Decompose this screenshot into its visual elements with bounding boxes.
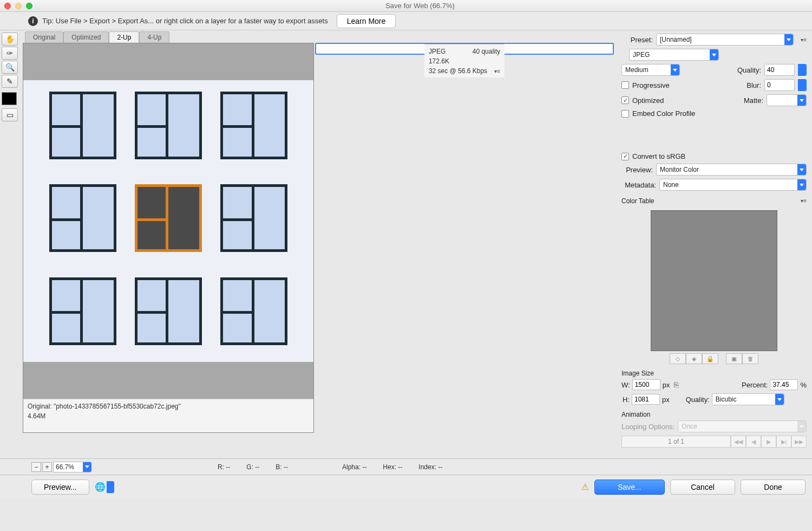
preset-select[interactable]: [Unnamed] [656,34,794,46]
blur-input[interactable] [764,79,795,91]
toggle-slices-visibility[interactable]: ▭ [2,108,18,121]
original-pane-footer: Original: "photo-1433785567155-bf5530cab… [23,399,313,432]
browser-select-stepper[interactable] [107,481,114,493]
title-bar: Save for Web (66.7%) [0,0,812,12]
resample-quality-label: Quality: [686,396,710,404]
optimized-label: Optimized [632,96,664,105]
blur-label: Blur: [746,81,761,89]
height-input[interactable] [632,394,660,405]
preset-menu-icon[interactable]: ▾≡ [797,37,807,43]
tab-4up[interactable]: 4-Up [139,31,169,43]
constrain-proportions-icon[interactable]: ⎘ [674,380,678,389]
dialog-footer: Preview... 🌐 ⚠ Save... Cancel Done [0,475,812,498]
tab-optimized[interactable]: Optimized [63,31,109,43]
learn-more-button[interactable]: Learn More [337,14,396,28]
image-size-label: Image Size [621,370,807,377]
window-title: Save for Web (66.7%) [32,2,808,10]
ct-add-color[interactable]: ▣ [726,353,742,364]
format-select[interactable]: JPEG [629,49,719,61]
preview-select[interactable]: Monitor Color [656,164,807,176]
tip-text: Tip: Use File > Export > Export As... or… [42,17,328,25]
status-hex: Hex: -- [383,463,402,471]
quality-stepper[interactable] [798,64,807,76]
ct-snap-to-web[interactable]: ◇ [670,353,686,364]
minimize-window-button[interactable] [15,3,22,9]
preview-label: Preview: [621,166,653,174]
tab-original[interactable]: Original [25,31,63,43]
preview-button[interactable]: Preview... [31,480,89,495]
done-button[interactable]: Done [741,480,806,495]
matte-label: Matte: [744,96,763,105]
view-tabs: Original Optimized 2-Up 4-Up [23,30,614,43]
optimized-quality: 40 quality [473,47,500,56]
blur-stepper[interactable] [798,79,807,91]
original-image [23,43,313,399]
hand-tool[interactable]: ✋ [2,33,18,46]
prev-frame-button: ◀ [746,436,761,448]
preview-area: Original Optimized 2-Up 4-Up Original: "… [23,30,617,458]
metadata-select[interactable]: None [659,179,807,191]
status-index: Index: -- [418,463,442,471]
status-b: B: -- [276,463,288,471]
status-bar: − + 66.7% R: -- G: -- B: -- Alpha: -- He… [0,458,812,475]
info-icon: i [28,16,38,26]
zoom-in-button[interactable]: + [42,462,52,472]
height-label: H: [621,396,630,404]
slice-select-tool[interactable]: ✑ [2,47,18,60]
optimized-pane-footer: JPEG 40 quality 172.6K 32 sec @ 56.6 Kbp… [424,44,505,77]
cancel-button[interactable]: Cancel [670,480,735,495]
eyedropper-tool[interactable]: ✎ [2,75,18,88]
first-frame-button: ◀◀ [731,436,746,448]
ct-map-transparent[interactable]: ◈ [686,353,702,364]
status-r: R: -- [218,463,230,471]
zoom-tool[interactable]: 🔍 [2,61,18,74]
browser-icon[interactable]: 🌐 [95,482,106,492]
ct-delete-color[interactable]: 🗑 [742,353,758,364]
progressive-checkbox[interactable] [621,81,629,89]
resample-quality-select[interactable]: Bicubic [712,393,784,405]
embed-color-profile-label: Embed Color Profile [632,109,695,118]
convert-srgb-checkbox[interactable] [621,153,629,160]
animation-pager: 1 of 1 ◀◀ ◀ ▶ ▶| ▶▶ [621,436,807,448]
zoom-window-button[interactable] [26,3,32,9]
close-window-button[interactable] [4,3,11,9]
optimized-pane[interactable]: JPEG 40 quality 172.6K 32 sec @ 56.6 Kbp… [315,43,614,55]
color-table[interactable] [651,210,777,351]
zoom-level-select[interactable]: 66.7% [53,462,91,472]
original-filename: Original: "photo-1433785567155-bf5530cab… [28,402,309,411]
matte-select[interactable] [767,94,807,106]
embed-color-profile-checkbox[interactable] [621,110,629,118]
looping-options-label: Looping Options: [621,423,675,431]
download-rate-menu-icon[interactable]: ▾≡ [490,67,500,75]
width-label: W: [621,381,630,389]
original-pane[interactable]: Original: "photo-1433785567155-bf5530cab… [23,43,314,433]
convert-srgb-label: Convert to sRGB [632,152,685,160]
looping-options-select: Once [678,420,807,432]
quality-input[interactable] [764,64,795,76]
color-table-menu-icon[interactable]: ▾≡ [797,198,807,204]
height-unit: px [662,396,670,404]
animation-label: Animation [621,411,807,418]
window-controls [4,3,32,9]
eyedropper-color-swatch[interactable] [2,92,17,105]
quality-label: Quality: [737,66,761,74]
compression-quality-select[interactable]: Medium [621,64,680,76]
optimized-filesize: 172.6K [429,56,500,66]
zoom-out-button[interactable]: − [31,462,41,472]
original-filesize: 4.64M [28,411,309,421]
width-unit: px [663,381,670,389]
width-input[interactable] [632,379,660,390]
optimized-checkbox[interactable] [621,96,629,104]
save-button[interactable]: Save... [594,480,665,495]
percent-label: Percent: [742,381,768,389]
ct-lock-color[interactable]: 🔒 [702,353,718,364]
optimized-format: JPEG [429,47,446,56]
status-alpha: Alpha: -- [342,463,366,471]
tool-palette: ✋ ✑ 🔍 ✎ ▭ [0,30,23,458]
settings-panel: Preset: [Unnamed] ▾≡ JPEG Medium Quality… [617,30,812,458]
status-g: G: -- [246,463,259,471]
metadata-label: Metadata: [621,181,656,189]
tip-bar: i Tip: Use File > Export > Export As... … [0,12,812,30]
tab-2up[interactable]: 2-Up [109,31,139,43]
percent-input[interactable] [770,379,798,390]
